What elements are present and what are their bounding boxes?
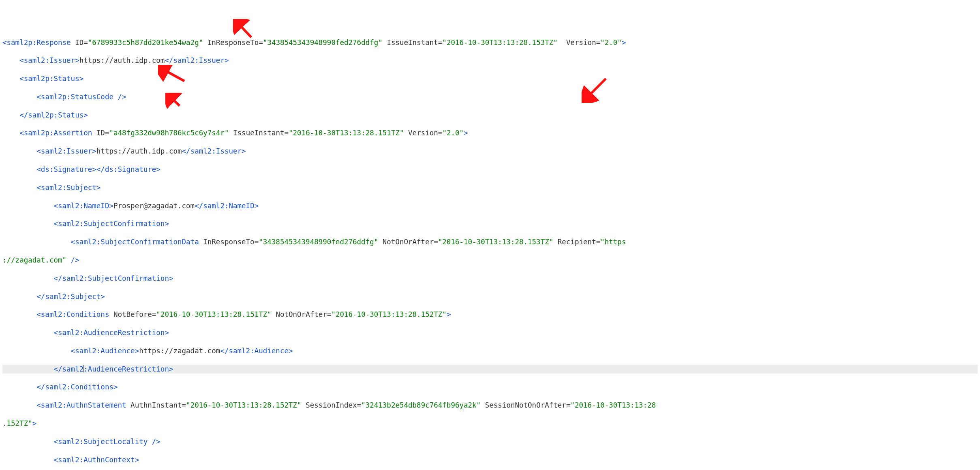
xml-code-block: <saml2p:Response ID="6789933c5h87dd201ke… <box>2 38 978 470</box>
svg-line-1 <box>237 22 251 37</box>
highlighted-line: </saml2:AudienceRestriction> <box>2 365 978 374</box>
